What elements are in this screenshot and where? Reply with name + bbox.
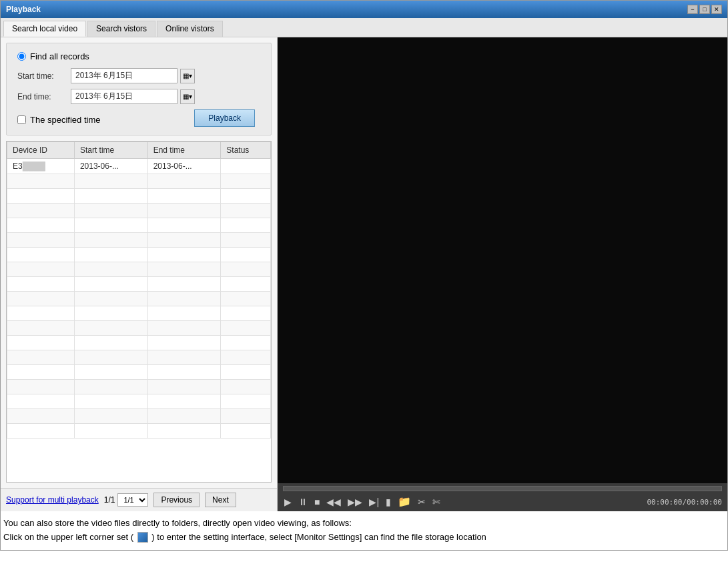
table-row-empty [7, 394, 271, 409]
right-panel: ▶ ⏸ ■ ◀◀ ▶▶ ▶| ▮ 📁 ✂ ✄ 00:00:00/00:00:00 [278, 37, 727, 511]
tab-online-visitors[interactable]: Online vistors [157, 21, 223, 37]
end-time-picker-button[interactable]: ▦ ▾ [180, 89, 195, 104]
page-select: 1/1 1/1 [104, 493, 149, 507]
table-row-empty [7, 292, 271, 306]
start-time-value: 2013年 6月15日 [71, 68, 177, 83]
table-row-empty [7, 321, 271, 336]
cell-status [221, 159, 271, 174]
find-all-records-radio[interactable] [17, 52, 26, 61]
calendar-icon: ▦ [183, 72, 189, 79]
table-row-empty [7, 262, 271, 277]
tab-search-local[interactable]: Search local video [3, 21, 86, 37]
minimize-button[interactable]: − [687, 5, 698, 14]
frame-stop-button[interactable]: ▮ [384, 496, 392, 508]
frame-forward-button[interactable]: ▶| [368, 496, 380, 508]
stop-button[interactable]: ■ [313, 496, 321, 508]
dropdown-arrow: ▾ [189, 93, 192, 100]
table-row-empty [7, 174, 271, 189]
col-end-time: End time [147, 142, 221, 159]
dropdown-arrow: ▾ [189, 72, 192, 79]
close-button[interactable]: ✕ [711, 5, 722, 14]
playback-button[interactable]: Playback [194, 109, 255, 127]
time-display: 00:00:00/00:00:00 [647, 498, 722, 507]
records-table: Device ID Start time End time Status E3█… [7, 141, 271, 439]
cell-device-id: E3████ [7, 159, 75, 174]
table-row-empty [7, 277, 271, 292]
description-area: You can also store the video files direc… [1, 511, 727, 550]
window-controls: − □ ✕ [687, 5, 722, 14]
description-line2-suffix: ) to enter the setting interface, select… [151, 532, 486, 542]
table-row-empty [7, 204, 271, 218]
next-button[interactable]: Next [205, 493, 236, 507]
end-time-value: 2013年 6月15日 [71, 89, 177, 104]
col-status: Status [221, 142, 271, 159]
records-table-container: Device ID Start time End time Status E3█… [6, 141, 272, 483]
checkbox-playback-row: The specified time Playback [17, 109, 260, 127]
title-bar: Playback − □ ✕ [1, 1, 727, 18]
page-indicator: 1/1 [104, 495, 115, 505]
table-row-empty [7, 336, 271, 350]
table-row-empty [7, 189, 271, 204]
specified-time-row: The specified time [17, 115, 101, 125]
description-line1: You can also store the video files direc… [3, 517, 725, 531]
bottom-bar: Support for multi playback 1/1 1/1 Previ… [1, 488, 277, 511]
cell-start-time: 2013-06-... [74, 159, 147, 174]
pause-button[interactable]: ⏸ [297, 496, 309, 508]
table-row-empty [7, 365, 271, 380]
table-row-empty [7, 409, 271, 424]
table-row-empty [7, 306, 271, 321]
cell-end-time: 2013-06-... [147, 159, 221, 174]
table-row[interactable]: E3████ 2013-06-... 2013-06-... [7, 159, 271, 174]
tab-search-visitors[interactable]: Search vistors [87, 21, 155, 37]
tab-bar: Search local video Search vistors Online… [1, 18, 727, 37]
end-time-row: End time: 2013年 6月15日 ▦ ▾ [17, 89, 260, 104]
controls-row: ▶ ⏸ ■ ◀◀ ▶▶ ▶| ▮ 📁 ✂ ✄ 00:00:00/00:00:00 [283, 495, 722, 509]
col-device-id: Device ID [7, 142, 75, 159]
table-row-empty [7, 218, 271, 233]
play-button[interactable]: ▶ [283, 496, 293, 508]
specified-time-label: The specified time [30, 115, 101, 125]
settings-icon [137, 532, 148, 543]
end-time-label: End time: [17, 92, 71, 101]
table-header-row: Device ID Start time End time Status [7, 142, 271, 159]
calendar-icon: ▦ [183, 93, 189, 100]
start-time-input-group: 2013年 6月15日 ▦ ▾ [71, 68, 195, 83]
main-window: Playback − □ ✕ Search local video Search… [0, 0, 728, 551]
description-line2: Click on the upper left corner set ( ) t… [3, 531, 725, 545]
find-all-records-label: Find all records [30, 51, 89, 61]
table-row-empty [7, 233, 271, 248]
main-area: Find all records Start time: 2013年 6月15日… [1, 37, 727, 511]
table-row-empty [7, 248, 271, 262]
scissors-button[interactable]: ✄ [431, 496, 442, 508]
maximize-button[interactable]: □ [699, 5, 710, 14]
rewind-button[interactable]: ◀◀ [325, 496, 342, 508]
start-time-row: Start time: 2013年 6月15日 ▦ ▾ [17, 68, 260, 83]
col-start-time: Start time [74, 142, 147, 159]
video-controls: ▶ ⏸ ■ ◀◀ ▶▶ ▶| ▮ 📁 ✂ ✄ 00:00:00/00:00:00 [278, 483, 727, 511]
video-display [278, 37, 727, 483]
window-title: Playback [6, 5, 41, 14]
page-dropdown[interactable]: 1/1 [117, 493, 148, 507]
start-time-picker-button[interactable]: ▦ ▾ [180, 69, 195, 83]
progress-bar[interactable] [283, 486, 722, 491]
description-line2-prefix: Click on the upper left corner set ( [3, 532, 133, 542]
start-time-label: Start time: [17, 71, 71, 81]
previous-button[interactable]: Previous [153, 493, 200, 507]
search-options-box: Find all records Start time: 2013年 6月15日… [6, 43, 272, 135]
playback-controls: ▶ ⏸ ■ ◀◀ ▶▶ ▶| ▮ 📁 ✂ ✄ [283, 495, 442, 509]
table-row-empty [7, 350, 271, 365]
table-row-empty [7, 380, 271, 394]
specified-time-checkbox[interactable] [17, 115, 26, 124]
end-time-input-group: 2013年 6月15日 ▦ ▾ [71, 89, 195, 104]
table-row-empty [7, 424, 271, 439]
fast-forward-button[interactable]: ▶▶ [346, 496, 364, 508]
cut-button[interactable]: ✂ [416, 496, 427, 508]
multi-playback-link[interactable]: Support for multi playback [6, 495, 99, 505]
find-all-records-row: Find all records [17, 51, 260, 61]
left-panel: Find all records Start time: 2013年 6月15日… [1, 37, 278, 511]
folder-button[interactable]: 📁 [396, 495, 412, 509]
